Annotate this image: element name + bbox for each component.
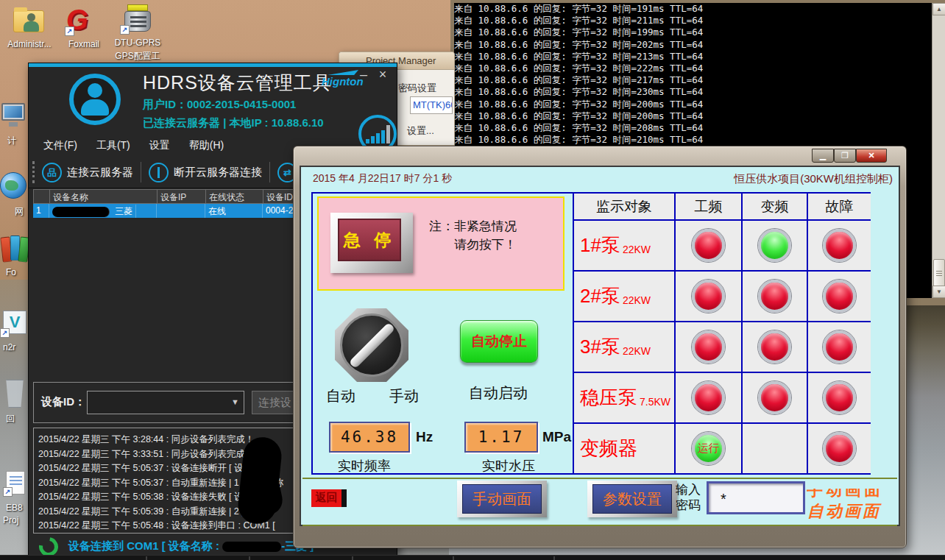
lamp-red-icon	[692, 229, 725, 262]
lamp-red-icon	[692, 280, 725, 313]
lamp-cell	[743, 322, 807, 372]
window-controls: ▁ ❐ ✕	[812, 149, 887, 163]
console-line: 来自 10.88.6.6 的回复: 字节=32 时间=217ms TTL=64	[454, 74, 932, 86]
estop-note: 注：非紧急情况 请勿按下！	[429, 217, 517, 254]
console-scrollbar[interactable]: ▲ ▼	[932, 3, 945, 298]
window-accent-bar	[29, 63, 397, 67]
frequency-label: 实时频率	[338, 457, 391, 475]
auto-manual-knob[interactable]	[335, 308, 408, 382]
ghost-text-clipped: 手动画面	[807, 489, 889, 498]
lamp-cell	[743, 272, 807, 321]
connection-status-text: 已连接云服务器 | 本地IP : 10.88.6.10	[143, 116, 324, 130]
auto-start-label: 自动启动	[469, 383, 528, 403]
frequency-unit: Hz	[416, 429, 433, 445]
password-settings-label: 密码设置	[398, 82, 436, 95]
user-icon	[24, 13, 40, 32]
ghost-text-auto-screen: 自动画面	[807, 500, 881, 522]
emergency-stop-button[interactable]: 急 停	[338, 219, 401, 261]
maximize-button[interactable]: ❐	[834, 149, 856, 163]
network-nodes-icon: 品	[42, 163, 62, 182]
taskbar[interactable]	[0, 555, 945, 560]
button-label: 连接云服务器	[67, 166, 133, 180]
pump-label: 1#泵22KW	[574, 221, 674, 270]
lamp-red-icon	[823, 330, 856, 364]
col-online-status: 在线状态	[206, 190, 263, 203]
console-line: 来自 10.88.6.6 的回复: 字节=32 时间=200ms TTL=64	[454, 110, 932, 122]
lamp-cell	[808, 424, 871, 473]
param-settings-button[interactable]: 参数设置	[587, 481, 677, 517]
separator-line	[302, 478, 897, 479]
console-line: 来自 10.88.6.6 的回复: 字节=32 时间=211ms TTL=64	[454, 15, 932, 26]
menu-file[interactable]: 文件(F)	[43, 139, 77, 152]
menu-tools[interactable]: 工具(T)	[96, 139, 130, 152]
lamp-cell	[808, 373, 871, 422]
scroll-up-icon[interactable]: ▲	[932, 3, 945, 15]
icon-label: DTU-GPRS	[114, 38, 161, 48]
console-line: 来自 10.88.6.6 的回复: 字节=32 时间=191ms TTL=64	[454, 3, 932, 15]
lamp-cell	[743, 221, 807, 270]
manual-screen-button[interactable]: 手动画面	[457, 481, 547, 517]
auto-stop-button[interactable]: 自动停止	[460, 320, 538, 363]
desktop-icon-dtu-gprs[interactable]: ↗ DTU-GPRS GPS配置工	[114, 3, 161, 63]
chevron-down-icon: ▼	[231, 397, 239, 406]
device-table: 设备名称 设备IP 在线状态 设备ID 1 三菱 在线 0004-2015-05	[33, 189, 294, 218]
lamp-cell	[676, 272, 741, 321]
menu-help[interactable]: 帮助(H)	[189, 139, 224, 152]
minimize-button[interactable]: ▁	[812, 149, 834, 163]
estop-frame: 急 停	[330, 213, 413, 273]
header-var-freq: 变频	[743, 194, 807, 219]
menu-settings[interactable]: 设置	[149, 139, 170, 152]
back-button[interactable]: 返回	[311, 489, 347, 507]
console-line: 来自 10.88.6.6 的回复: 字节=32 时间=230ms TTL=64	[454, 86, 932, 98]
computer-icon	[1, 103, 25, 121]
desktop-icon-administrator[interactable]: Administr...	[6, 4, 53, 49]
console-line: 来自 10.88.6.6 的回复: 字节=32 时间=222ms TTL=64	[454, 63, 932, 74]
disconnect-cloud-button[interactable]: 断开云服务器连接	[141, 163, 269, 182]
lamp-cell: 运行	[676, 424, 741, 473]
knob-label-auto: 自动	[326, 386, 355, 406]
password-input[interactable]: *	[707, 481, 805, 514]
col-device-ip: 设备IP	[158, 190, 206, 203]
power-stop-icon	[149, 163, 169, 182]
lamp-red-icon	[758, 381, 791, 414]
console-line: 来自 10.88.6.6 的回复: 字节=32 时间=213ms TTL=64	[454, 51, 932, 63]
desktop-icon-foxmail[interactable]: G↗ Foxmail	[60, 4, 107, 49]
frequency-display: 46.38	[329, 422, 410, 453]
pressure-unit: MPa	[542, 429, 571, 445]
lamp-red-icon	[823, 280, 856, 313]
lamp-cell	[676, 373, 741, 422]
redaction	[222, 542, 281, 552]
settings-link[interactable]: 设置...	[407, 124, 434, 138]
scroll-down-icon[interactable]: ▼	[932, 286, 945, 298]
lamp-red-icon	[758, 330, 791, 364]
col-device-name: 设备名称	[50, 190, 158, 203]
pump-label: 2#泵22KW	[574, 272, 674, 321]
minimize-button[interactable]: –	[355, 67, 372, 82]
close-button[interactable]: ✕	[856, 149, 887, 163]
lamp-green-icon: 运行	[692, 432, 725, 465]
status-text: 设备连接到 COM1 [ 设备名称 : -三菱 ]	[68, 539, 314, 553]
table-row[interactable]: 1 三菱 在线 0004-2015-05	[33, 204, 294, 218]
user-avatar	[69, 74, 121, 125]
menu-bar: 文件(F) 工具(T) 设置 帮助(H)	[43, 139, 224, 152]
device-name-cell: 三菱	[49, 204, 157, 218]
scrollbar-thumb[interactable]	[933, 259, 945, 288]
lamp-cell	[676, 322, 741, 372]
shortcut-arrow-icon: ↗	[120, 25, 130, 35]
device-id-group: 设备ID： ▼ 连接设	[33, 382, 294, 423]
lamp-cell	[676, 221, 741, 270]
pressure-label: 实时水压	[482, 457, 535, 475]
device-table-header: 设备名称 设备IP 在线状态 设备ID	[33, 189, 294, 204]
globe-icon	[0, 172, 26, 199]
connect-cloud-button[interactable]: 品 连接云服务器	[35, 163, 141, 182]
estop-panel: 急 停 注：非紧急情况 请勿按下！	[317, 196, 564, 291]
console-line: 来自 10.88.6.6 的回复: 字节=32 时间=199ms TTL=64	[454, 26, 932, 38]
icon-label: Administr...	[6, 39, 53, 49]
model-field[interactable]: MT(TK)60	[410, 96, 453, 114]
device-id-dropdown[interactable]: ▼	[87, 391, 244, 414]
lamp-red-icon	[823, 381, 856, 414]
lamp-red-icon	[758, 280, 791, 313]
close-button[interactable]: ×	[375, 67, 391, 82]
console-line: 来自 10.88.6.6 的回复: 字节=32 时间=210ms TTL=64	[454, 134, 932, 146]
lamp-red-icon	[823, 432, 856, 465]
